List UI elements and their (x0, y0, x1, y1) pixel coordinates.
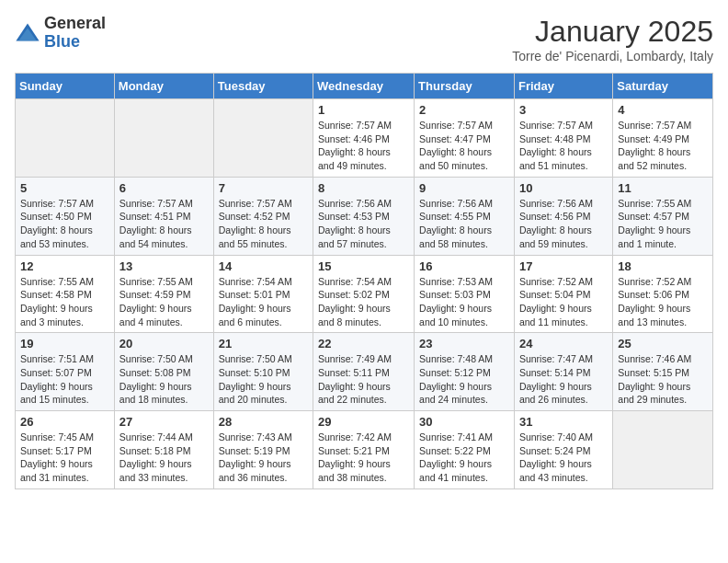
sunrise-label: Sunrise: 7:56 AM (519, 198, 593, 209)
daylight-label: Daylight: 8 hours and 59 minutes. (519, 224, 592, 249)
sunrise-label: Sunrise: 7:43 AM (219, 431, 292, 442)
daylight-label: Daylight: 8 hours and 53 minutes. (20, 224, 93, 249)
day-number: 15 (318, 259, 409, 273)
day-number: 7 (219, 181, 308, 195)
daylight-label: Daylight: 8 hours and 50 minutes. (419, 146, 492, 171)
sunrise-label: Sunrise: 7:57 AM (618, 120, 691, 131)
day-number: 9 (419, 181, 509, 195)
sunset-label: Sunset: 5:22 PM (419, 445, 491, 456)
calendar-cell: 17 Sunrise: 7:52 AM Sunset: 5:04 PM Dayl… (514, 255, 612, 333)
daylight-label: Daylight: 9 hours and 43 minutes. (519, 458, 592, 483)
day-info: Sunrise: 7:55 AM Sunset: 4:57 PM Dayligh… (618, 197, 708, 251)
sunset-label: Sunset: 4:51 PM (119, 211, 191, 222)
sunset-label: Sunset: 5:03 PM (419, 289, 491, 300)
sunset-label: Sunset: 4:47 PM (419, 133, 491, 144)
calendar-cell (613, 411, 713, 489)
daylight-label: Daylight: 9 hours and 10 minutes. (419, 303, 492, 327)
day-number: 25 (618, 337, 708, 350)
sunset-label: Sunset: 5:19 PM (219, 445, 290, 456)
day-number: 3 (519, 103, 608, 117)
sunrise-label: Sunrise: 7:49 AM (318, 353, 392, 364)
day-number: 11 (618, 181, 708, 195)
calendar-cell: 4 Sunrise: 7:57 AM Sunset: 4:49 PM Dayli… (613, 99, 713, 178)
title-area: January 2025 Torre de' Picenardi, Lombar… (512, 15, 713, 63)
day-number: 20 (119, 337, 209, 350)
daylight-label: Daylight: 9 hours and 6 minutes. (219, 303, 291, 327)
sunset-label: Sunset: 5:01 PM (219, 289, 290, 300)
sunrise-label: Sunrise: 7:55 AM (119, 276, 193, 287)
calendar-cell: 25 Sunrise: 7:46 AM Sunset: 5:15 PM Dayl… (613, 333, 713, 411)
calendar-cell: 2 Sunrise: 7:57 AM Sunset: 4:47 PM Dayli… (415, 99, 515, 178)
day-info: Sunrise: 7:54 AM Sunset: 5:02 PM Dayligh… (318, 275, 409, 329)
day-info: Sunrise: 7:45 AM Sunset: 5:17 PM Dayligh… (20, 431, 109, 485)
sunrise-label: Sunrise: 7:57 AM (519, 120, 593, 131)
calendar-cell: 16 Sunrise: 7:53 AM Sunset: 5:03 PM Dayl… (415, 255, 515, 333)
day-number: 1 (318, 103, 409, 117)
calendar-week-row: 12 Sunrise: 7:55 AM Sunset: 4:58 PM Dayl… (16, 255, 713, 333)
sunrise-label: Sunrise: 7:40 AM (519, 431, 593, 442)
sunrise-label: Sunrise: 7:57 AM (119, 198, 193, 209)
day-info: Sunrise: 7:57 AM Sunset: 4:51 PM Dayligh… (119, 197, 209, 251)
sunrise-label: Sunrise: 7:48 AM (419, 353, 493, 364)
day-info: Sunrise: 7:57 AM Sunset: 4:48 PM Dayligh… (519, 119, 608, 173)
day-number: 19 (20, 337, 109, 350)
calendar-cell: 7 Sunrise: 7:57 AM Sunset: 4:52 PM Dayli… (213, 177, 313, 255)
daylight-label: Daylight: 8 hours and 54 minutes. (119, 224, 192, 249)
calendar-cell: 13 Sunrise: 7:55 AM Sunset: 4:59 PM Dayl… (114, 255, 213, 333)
sunset-label: Sunset: 5:06 PM (618, 289, 689, 300)
sunrise-label: Sunrise: 7:57 AM (419, 120, 493, 131)
day-number: 14 (219, 259, 308, 273)
sunrise-label: Sunrise: 7:45 AM (20, 431, 94, 442)
sunset-label: Sunset: 5:11 PM (318, 367, 390, 378)
weekday-header: Tuesday (213, 74, 313, 99)
sunrise-label: Sunrise: 7:53 AM (419, 276, 493, 287)
sunrise-label: Sunrise: 7:56 AM (419, 198, 493, 209)
calendar-cell: 23 Sunrise: 7:48 AM Sunset: 5:12 PM Dayl… (415, 333, 515, 411)
day-info: Sunrise: 7:57 AM Sunset: 4:50 PM Dayligh… (20, 197, 109, 251)
day-info: Sunrise: 7:46 AM Sunset: 5:15 PM Dayligh… (618, 352, 708, 407)
sunset-label: Sunset: 4:58 PM (20, 289, 92, 300)
sunrise-label: Sunrise: 7:54 AM (219, 276, 292, 287)
sunset-label: Sunset: 5:02 PM (318, 289, 390, 300)
calendar-cell: 22 Sunrise: 7:49 AM Sunset: 5:11 PM Dayl… (313, 333, 415, 411)
daylight-label: Daylight: 9 hours and 33 minutes. (119, 458, 192, 483)
day-info: Sunrise: 7:50 AM Sunset: 5:10 PM Dayligh… (219, 352, 308, 407)
day-number: 12 (20, 259, 109, 273)
day-number: 28 (219, 415, 308, 429)
daylight-label: Daylight: 9 hours and 18 minutes. (119, 381, 192, 406)
daylight-label: Daylight: 8 hours and 58 minutes. (419, 224, 492, 249)
calendar-cell: 19 Sunrise: 7:51 AM Sunset: 5:07 PM Dayl… (16, 333, 115, 411)
location-text: Torre de' Picenardi, Lombardy, Italy (512, 49, 713, 63)
day-number: 26 (20, 415, 109, 429)
sunset-label: Sunset: 4:49 PM (618, 133, 689, 144)
sunset-label: Sunset: 5:21 PM (318, 445, 390, 456)
calendar-week-row: 19 Sunrise: 7:51 AM Sunset: 5:07 PM Dayl… (16, 333, 713, 411)
weekday-header: Sunday (16, 74, 115, 99)
day-number: 27 (119, 415, 209, 429)
sunset-label: Sunset: 4:56 PM (519, 211, 591, 222)
sunset-label: Sunset: 5:08 PM (119, 367, 191, 378)
day-info: Sunrise: 7:50 AM Sunset: 5:08 PM Dayligh… (119, 352, 209, 407)
calendar-cell: 15 Sunrise: 7:54 AM Sunset: 5:02 PM Dayl… (313, 255, 415, 333)
calendar-cell: 1 Sunrise: 7:57 AM Sunset: 4:46 PM Dayli… (313, 99, 415, 178)
logo-blue-text: Blue (44, 33, 106, 52)
sunset-label: Sunset: 4:52 PM (219, 211, 290, 222)
calendar-cell: 30 Sunrise: 7:41 AM Sunset: 5:22 PM Dayl… (415, 411, 515, 489)
calendar-cell: 31 Sunrise: 7:40 AM Sunset: 5:24 PM Dayl… (514, 411, 612, 489)
daylight-label: Daylight: 9 hours and 22 minutes. (318, 381, 391, 406)
calendar-cell: 21 Sunrise: 7:50 AM Sunset: 5:10 PM Dayl… (213, 333, 313, 411)
sunset-label: Sunset: 4:55 PM (419, 211, 491, 222)
logo: General Blue (15, 15, 106, 52)
daylight-label: Daylight: 9 hours and 29 minutes. (618, 381, 690, 406)
sunset-label: Sunset: 5:04 PM (519, 289, 591, 300)
calendar-cell: 29 Sunrise: 7:42 AM Sunset: 5:21 PM Dayl… (313, 411, 415, 489)
weekday-header: Monday (114, 74, 213, 99)
page-header: General Blue January 2025 Torre de' Pice… (15, 15, 713, 63)
calendar-cell: 28 Sunrise: 7:43 AM Sunset: 5:19 PM Dayl… (213, 411, 313, 489)
day-number: 29 (318, 415, 409, 429)
daylight-label: Daylight: 9 hours and 26 minutes. (519, 381, 592, 406)
day-info: Sunrise: 7:55 AM Sunset: 4:58 PM Dayligh… (20, 275, 109, 329)
daylight-label: Daylight: 9 hours and 15 minutes. (20, 381, 93, 406)
day-info: Sunrise: 7:49 AM Sunset: 5:11 PM Dayligh… (318, 352, 409, 407)
sunset-label: Sunset: 4:46 PM (318, 133, 390, 144)
